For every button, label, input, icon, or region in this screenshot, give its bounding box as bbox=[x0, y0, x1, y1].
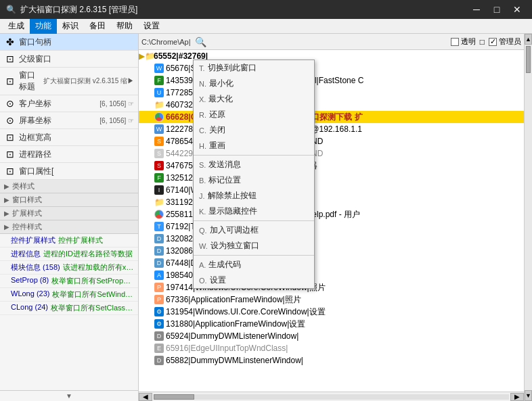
menu-settings[interactable]: 设置 bbox=[138, 19, 165, 34]
menu-label[interactable]: 标识 bbox=[57, 19, 84, 34]
tree-item-2558112[interactable]: 2558112|Chrome_WidgetWin_1|PWS_Help.pdf … bbox=[139, 208, 524, 220]
soui-icon-3: S bbox=[154, 160, 164, 171]
vertical-scrollbar[interactable]: ▲ ▼ bbox=[524, 34, 532, 401]
horizontal-scrollbar[interactable]: ◀ ▶ bbox=[139, 392, 524, 401]
left-nav: ✤ 窗口句柄 ⊡ 父级窗口 ⊡ 窗口标题 扩大福窗口探测 v2.6.315 缩▶… bbox=[0, 34, 138, 180]
nav-window-prop[interactable]: ⊡ 窗口属性[ bbox=[0, 163, 138, 180]
scroll-down-indicator[interactable]: ▼ bbox=[0, 390, 138, 401]
border-icon: ⊡ bbox=[4, 131, 16, 143]
maximize-button[interactable]: □ bbox=[487, 0, 506, 19]
photo-icon: P bbox=[154, 282, 164, 293]
section-ctrl-style[interactable]: ▶ 控件样式 bbox=[0, 220, 138, 234]
transparent-checkbox[interactable] bbox=[451, 38, 459, 46]
ico-icon: I bbox=[154, 185, 164, 195]
nav-window-handle[interactable]: ✤ 窗口句柄 bbox=[0, 34, 138, 51]
section-window-style[interactable]: ▶ 窗口样式 bbox=[0, 193, 138, 207]
arrow-icon-2: ▶ bbox=[4, 196, 9, 204]
tree-item-122278[interactable]: W 122278|wxWindowNR|新站点 - huangbo@192.16… bbox=[139, 123, 524, 135]
transparent-checkbox-label[interactable]: 透明 bbox=[451, 37, 476, 47]
right-panel: C:\Chrome\Ap| 🔍 透明 □ ✓ 管理员 ▶📁 65552|#327… bbox=[139, 34, 524, 401]
tree-item-67140[interactable]: I 67140|WTWindow|ICO提取器 V0.1 bbox=[139, 184, 524, 196]
settings-icon-1: ⚙ bbox=[154, 306, 164, 317]
screen-icon: ⊙ bbox=[4, 114, 16, 126]
scroll-thumb-v[interactable] bbox=[526, 46, 531, 73]
info-clong[interactable]: CLong (24) 枚举窗口所有SetClassLong的值 bbox=[0, 302, 138, 315]
parent-icon: ⊡ bbox=[4, 53, 16, 65]
menu-backup[interactable]: 备田 bbox=[84, 19, 111, 34]
menubar: 生成 功能 标识 备田 帮助 设置 bbox=[0, 19, 532, 34]
tree-item-65916[interactable]: E 65916|EdgeUIInputTopWndClass| bbox=[139, 342, 524, 354]
toycon-icon: T bbox=[154, 221, 164, 232]
tree-item-65882[interactable]: D 65882|DummyDWMLinstenerWindow| bbox=[139, 354, 524, 367]
tree-item-132512[interactable]: F 132512|TApplication|FastStone Capture bbox=[139, 172, 524, 184]
scroll-thumb[interactable] bbox=[154, 394, 194, 400]
tree-item-67448[interactable]: D 67448|DuiShadowWnd| bbox=[139, 257, 524, 269]
menu-generate[interactable]: 生成 bbox=[3, 19, 30, 34]
right-toolbar: C:\Chrome\Ap| 🔍 透明 □ ✓ 管理员 bbox=[139, 34, 524, 50]
coord-icon: ⊙ bbox=[4, 97, 16, 110]
dwm-icon-2: D bbox=[154, 355, 164, 366]
tree-item-67192[interactable]: T 67192|ToYcon|ToYcon bbox=[139, 220, 524, 233]
prop-icon: ⊡ bbox=[4, 165, 16, 177]
admin-checkbox-label[interactable]: ✓ 管理员 bbox=[489, 37, 521, 47]
scroll-left-btn[interactable]: ◀ bbox=[139, 393, 152, 401]
tree-item-3476752[interactable]: S 3476752|SOUIHOST|金舟图片格式转换器 bbox=[139, 160, 524, 172]
tree-item-132086[interactable]: D 132086|DuiShadowWnd| bbox=[139, 245, 524, 257]
search-toolbar-icon[interactable]: 🔍 bbox=[195, 37, 206, 47]
window-icon-2: F bbox=[154, 75, 164, 86]
admin-checkbox[interactable]: ✓ bbox=[489, 38, 497, 46]
tree-item-131954[interactable]: ⚙ 131954|Windows.UI.Core.CoreWindow|设置 bbox=[139, 306, 524, 318]
scroll-up-btn[interactable]: ▲ bbox=[525, 34, 532, 45]
tree-item-197414[interactable]: P 197414|Windows.UI.Core.CoreWindow|照片 bbox=[139, 281, 524, 293]
tree-item-331192[interactable]: 📁 331192|CabinetWClass|压缩 bbox=[139, 196, 524, 208]
nav-screen-coord[interactable]: ⊙ 屏幕坐标 [6, 1056] ☞ bbox=[0, 112, 138, 129]
soui-icon-1: S bbox=[154, 136, 164, 147]
tree-root[interactable]: ▶📁 65552|#32769| bbox=[139, 50, 524, 62]
compass-icon: ✤ bbox=[4, 36, 16, 48]
section-ext-style[interactable]: ▶ 扩展样式 bbox=[0, 207, 138, 220]
nav-border[interactable]: ⊡ 边框宽高 bbox=[0, 129, 138, 146]
tree-item-66628[interactable]: 66628|Chrome_WidgetWin_1|扩大福窗口探测下载 扩 bbox=[139, 111, 524, 123]
scroll-right-btn[interactable]: ▶ bbox=[510, 393, 524, 401]
chrome-icon bbox=[154, 112, 164, 122]
nav-process-path[interactable]: ⊡ 进程路径 bbox=[0, 146, 138, 163]
menu-help[interactable]: 帮助 bbox=[111, 19, 138, 34]
tree-item-14353930[interactable]: F 14353930|FastStoneScreenCapturePanel|F… bbox=[139, 74, 524, 87]
tree-item-198540[interactable]: A 198540|ApplicationFrameWindow| bbox=[139, 269, 524, 281]
scroll-down-btn[interactable]: ▼ bbox=[525, 390, 532, 401]
tree-item-65924[interactable]: D 65924|DummyDWMListenerWindow| bbox=[139, 330, 524, 342]
faststone-icon: F bbox=[154, 172, 164, 183]
tree-item-4786540[interactable]: S 4786540|SOUIHOST|SOUI_DUMMY_WND bbox=[139, 135, 524, 147]
process-icon: ⊡ bbox=[4, 148, 16, 160]
nav-client-coord[interactable]: ⊙ 客户坐标 [6, 1056] ☞ bbox=[0, 95, 138, 112]
nav-parent-window[interactable]: ⊡ 父级窗口 bbox=[0, 51, 138, 68]
dui-icon-1: D bbox=[154, 233, 164, 244]
settings-icon-2: ⚙ bbox=[154, 319, 164, 329]
menu-function[interactable]: 功能 bbox=[30, 19, 57, 34]
info-wlong[interactable]: WLong (23) 枚举窗口所有SetWindowLong的值 bbox=[0, 288, 138, 302]
tree-item-1772850[interactable]: U 1772850|UIDingNotifyV2Wnd| bbox=[139, 87, 524, 99]
info-module[interactable]: 模块信息 (158) 该进程加载的所有x64,x86模块 bbox=[0, 261, 138, 275]
nav-window-title[interactable]: ⊡ 窗口标题 扩大福窗口探测 v2.6.315 缩▶ bbox=[0, 68, 138, 95]
tree-item-460732[interactable]: 📁 460732|CabinetWClass|kdfcktc_931206 bbox=[139, 99, 524, 111]
info-ctrl-ext-style[interactable]: 控件扩展样式 控件扩展样式 bbox=[0, 234, 138, 247]
cabinet-icon-2: 📁 bbox=[154, 197, 164, 208]
section-class-style[interactable]: ▶ 类样式 bbox=[0, 180, 138, 193]
tree-item-65676[interactable]: W 65676|Shell_TrayWnd| bbox=[139, 62, 524, 74]
scroll-track bbox=[154, 394, 509, 400]
folder-icon: ▶📁 bbox=[141, 51, 152, 62]
path-label: C:\Chrome\Ap| bbox=[141, 38, 191, 46]
tree-item-132082[interactable]: D 132082|DuiShadowWnd| bbox=[139, 233, 524, 245]
tree-item-131880[interactable]: ⚙ 131880|ApplicationFrameWindow|设置 bbox=[139, 318, 524, 330]
close-button[interactable]: ✕ bbox=[508, 0, 527, 19]
info-process[interactable]: 进程信息 进程的ID进程名路径等数据 bbox=[0, 247, 138, 261]
photo-icon-2: P bbox=[154, 294, 164, 305]
tree-item-67336[interactable]: P 67336|ApplicationFrameWindow|照片 bbox=[139, 293, 524, 306]
title-icon: ⊡ bbox=[4, 75, 16, 87]
tree-item-5442298[interactable]: S 5442298|SOUIHOST|SOUI_DUMMY_WND bbox=[139, 147, 524, 160]
minimize-button[interactable]: ─ bbox=[467, 0, 486, 19]
info-setprop[interactable]: SetProp (8) 枚举窗口所有SetProp的值 bbox=[0, 275, 138, 288]
scroll-track-v bbox=[525, 45, 532, 390]
app-icon: 🔍 bbox=[5, 4, 16, 15]
dui-icon-2: D bbox=[154, 245, 164, 256]
